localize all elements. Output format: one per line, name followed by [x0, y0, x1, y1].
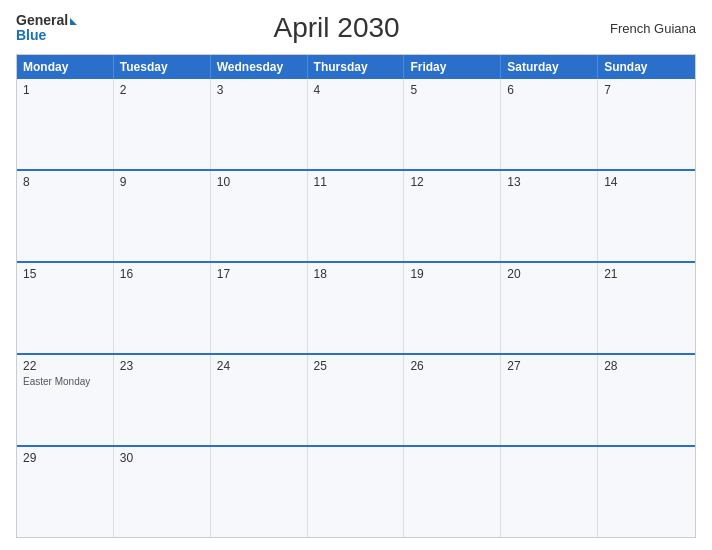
col-saturday: Saturday: [501, 55, 598, 79]
day-17: 17: [217, 267, 301, 281]
cell-4-7: 28: [598, 355, 695, 445]
region-label: French Guiana: [596, 21, 696, 36]
day-9: 9: [120, 175, 204, 189]
col-sunday: Sunday: [598, 55, 695, 79]
cell-2-2: 9: [114, 171, 211, 261]
cell-5-6: [501, 447, 598, 537]
col-monday: Monday: [17, 55, 114, 79]
cell-2-3: 10: [211, 171, 308, 261]
day-15: 15: [23, 267, 107, 281]
col-thursday: Thursday: [308, 55, 405, 79]
cell-3-1: 15: [17, 263, 114, 353]
day-13: 13: [507, 175, 591, 189]
cell-5-3: [211, 447, 308, 537]
logo-triangle-icon: [70, 18, 77, 25]
calendar-body: 1 2 3 4 5 6 7 8 9 10 11 12 13 14 15: [17, 79, 695, 537]
cell-2-5: 12: [404, 171, 501, 261]
event-easter-monday: Easter Monday: [23, 376, 107, 387]
cell-1-3: 3: [211, 79, 308, 169]
cell-1-5: 5: [404, 79, 501, 169]
day-5: 5: [410, 83, 494, 97]
day-1: 1: [23, 83, 107, 97]
cell-4-4: 25: [308, 355, 405, 445]
day-21: 21: [604, 267, 689, 281]
day-24: 24: [217, 359, 301, 373]
day-19: 19: [410, 267, 494, 281]
page: General Blue April 2030 French Guiana Mo…: [0, 0, 712, 550]
cell-5-7: [598, 447, 695, 537]
day-27: 27: [507, 359, 591, 373]
cell-2-7: 14: [598, 171, 695, 261]
week-3: 15 16 17 18 19 20 21: [17, 261, 695, 353]
col-wednesday: Wednesday: [211, 55, 308, 79]
day-7: 7: [604, 83, 689, 97]
cell-4-3: 24: [211, 355, 308, 445]
cell-4-1: 22 Easter Monday: [17, 355, 114, 445]
logo-line-blue: Blue: [16, 28, 77, 43]
col-friday: Friday: [404, 55, 501, 79]
logo-blue-text: Blue: [16, 27, 46, 43]
cell-3-7: 21: [598, 263, 695, 353]
header: General Blue April 2030 French Guiana: [16, 12, 696, 44]
day-4: 4: [314, 83, 398, 97]
day-6: 6: [507, 83, 591, 97]
cell-5-4: [308, 447, 405, 537]
day-20: 20: [507, 267, 591, 281]
cell-3-5: 19: [404, 263, 501, 353]
calendar-header-row: Monday Tuesday Wednesday Thursday Friday…: [17, 55, 695, 79]
day-18: 18: [314, 267, 398, 281]
cell-4-5: 26: [404, 355, 501, 445]
day-12: 12: [410, 175, 494, 189]
cell-1-4: 4: [308, 79, 405, 169]
cell-2-4: 11: [308, 171, 405, 261]
week-5: 29 30: [17, 445, 695, 537]
cell-3-4: 18: [308, 263, 405, 353]
week-4: 22 Easter Monday 23 24 25 26 27 28: [17, 353, 695, 445]
cell-1-2: 2: [114, 79, 211, 169]
cell-4-2: 23: [114, 355, 211, 445]
day-3: 3: [217, 83, 301, 97]
cell-3-6: 20: [501, 263, 598, 353]
day-29: 29: [23, 451, 107, 465]
cell-1-7: 7: [598, 79, 695, 169]
day-14: 14: [604, 175, 689, 189]
day-30: 30: [120, 451, 204, 465]
day-25: 25: [314, 359, 398, 373]
day-26: 26: [410, 359, 494, 373]
cell-2-6: 13: [501, 171, 598, 261]
day-16: 16: [120, 267, 204, 281]
week-1: 1 2 3 4 5 6 7: [17, 79, 695, 169]
cell-1-6: 6: [501, 79, 598, 169]
cell-5-1: 29: [17, 447, 114, 537]
cell-2-1: 8: [17, 171, 114, 261]
cell-3-3: 17: [211, 263, 308, 353]
calendar: Monday Tuesday Wednesday Thursday Friday…: [16, 54, 696, 538]
cell-5-5: [404, 447, 501, 537]
day-23: 23: [120, 359, 204, 373]
week-2: 8 9 10 11 12 13 14: [17, 169, 695, 261]
day-2: 2: [120, 83, 204, 97]
day-28: 28: [604, 359, 689, 373]
logo-line-general: General: [16, 13, 77, 28]
logo: General Blue: [16, 13, 77, 44]
cell-4-6: 27: [501, 355, 598, 445]
day-11: 11: [314, 175, 398, 189]
col-tuesday: Tuesday: [114, 55, 211, 79]
cell-3-2: 16: [114, 263, 211, 353]
day-22: 22: [23, 359, 107, 373]
calendar-title: April 2030: [77, 12, 596, 44]
day-8: 8: [23, 175, 107, 189]
cell-1-1: 1: [17, 79, 114, 169]
cell-5-2: 30: [114, 447, 211, 537]
day-10: 10: [217, 175, 301, 189]
logo-general-text: General: [16, 13, 68, 28]
